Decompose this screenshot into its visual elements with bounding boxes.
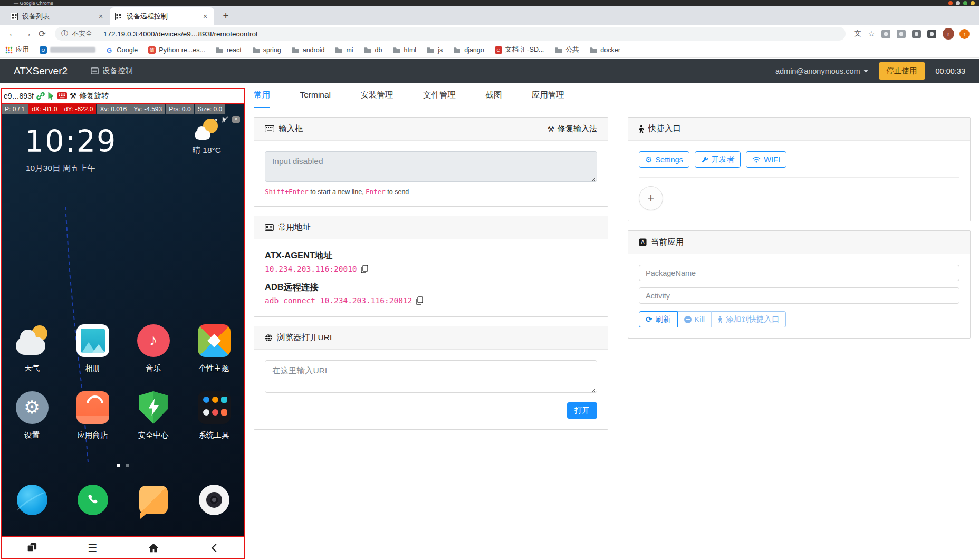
tab-close-icon[interactable]: × [200, 12, 210, 21]
bookmark-python[interactable]: 简 Python re...es... [148, 46, 205, 54]
back-icon[interactable] [210, 543, 218, 553]
new-tab-button[interactable]: + [218, 9, 233, 24]
keyboard-icon[interactable] [57, 92, 67, 99]
tab-file[interactable]: 文件管理 [423, 90, 456, 107]
tab-terminal[interactable]: Terminal [300, 90, 331, 106]
settings-app-icon: ⚙ [16, 391, 49, 424]
device-mirror-panel[interactable]: e9…893f ⚒ 修复旋转 P: 0 / 1 dX: -81.0 dY: -6… [1, 88, 245, 559]
bookmarks-bar: 应用 O G Google 简 Python re...es... react … [0, 42, 979, 58]
current-app-header: A 当前应用 [628, 231, 970, 254]
bookmark-folder-docker[interactable]: docker [589, 46, 620, 54]
app-weather[interactable]: 天气 [2, 324, 62, 373]
quick-wifi-button[interactable]: WIFI [746, 151, 786, 168]
tab-title: 设备远程控制 [127, 12, 200, 21]
extension-icon[interactable] [912, 30, 921, 38]
refresh-icon: ⟳ [646, 315, 652, 324]
copy-icon[interactable] [361, 265, 368, 273]
app-label: 相册 [85, 363, 100, 373]
device-screen[interactable]: P: 0 / 1 dX: -81.0 dY: -622.0 Xv: 0.016 … [2, 104, 244, 536]
activity-input[interactable] [639, 287, 959, 304]
address-bar[interactable]: ⓘ 不安全 172.19.0.3:4000/devices/e9…893f/re… [55, 27, 846, 41]
svg-text:A: A [641, 239, 645, 245]
browser-tab-remote-control[interactable]: 设备远程控制 × [110, 7, 214, 25]
bookmark-folder-js[interactable]: js [427, 46, 443, 54]
package-name-input[interactable] [639, 265, 959, 281]
hammer-icon[interactable]: ⚒ [70, 91, 76, 101]
page-indicator [2, 464, 244, 467]
dock [2, 485, 244, 515]
fix-rotation-label[interactable]: 修复旋转 [79, 91, 109, 101]
app-security[interactable]: 安全中心 [123, 391, 184, 440]
folder-icon [364, 46, 372, 53]
chrome-menu-icon[interactable]: ↑ [959, 29, 970, 39]
input-panel-header: 输入框 ⚒ 修复输入法 [254, 118, 608, 141]
extension-icon[interactable] [927, 30, 936, 38]
app-appstore[interactable]: 应用商店 [62, 391, 123, 440]
browser-app-icon[interactable] [17, 485, 47, 515]
browser-tab-device-list[interactable]: 设备列表 × [5, 7, 110, 25]
browser-tabstrip: 设备列表 × 设备远程控制 × + [0, 6, 979, 25]
recents-icon[interactable] [26, 542, 37, 553]
refresh-button[interactable]: ⟳ 刷新 [639, 311, 678, 327]
link-icon[interactable] [36, 92, 45, 100]
messages-app-icon[interactable] [139, 486, 168, 514]
reload-icon[interactable]: ⟳ [35, 28, 50, 40]
url-input[interactable] [265, 360, 597, 393]
add-to-quick-entry-button[interactable]: 添加到快捷入口 [711, 311, 786, 327]
extension-icon[interactable] [897, 30, 906, 38]
brand-title[interactable]: ATXServer2 [14, 65, 68, 77]
add-shortcut-circle-button[interactable]: + [639, 186, 663, 210]
kill-button[interactable]: Kill [678, 311, 712, 327]
app-theme[interactable]: 个性主题 [184, 324, 244, 373]
app-album[interactable]: 相册 [62, 324, 123, 373]
dialer-app-icon[interactable] [78, 485, 108, 515]
quick-settings-button[interactable]: ⚙ Settings [639, 151, 689, 168]
home-icon[interactable] [148, 543, 159, 553]
menu-icon[interactable]: ☰ [88, 542, 98, 554]
bookmark-docs[interactable]: C 文档-汇-SD... [495, 45, 544, 54]
fix-ime-button[interactable]: ⚒ 修复输入法 [548, 124, 597, 134]
extension-icon[interactable] [881, 30, 890, 38]
bookmark-folder-spring[interactable]: spring [252, 46, 281, 54]
bookmark-folder-db[interactable]: db [364, 46, 382, 54]
bookmark-folder-public[interactable]: 公共 [554, 45, 579, 54]
send-text-input[interactable] [265, 151, 597, 182]
nav-device-control[interactable]: 设备控制 [91, 66, 133, 76]
bookmark-star-icon[interactable]: ☆ [865, 30, 878, 38]
lockscreen-date: 10月30日 周五上午 [26, 163, 95, 174]
bookmark-folder-mi[interactable]: mi [335, 46, 353, 54]
bookmark-folder-django[interactable]: django [453, 46, 484, 54]
tab-install[interactable]: 安装管理 [360, 90, 393, 107]
bookmark-folder-html[interactable]: html [393, 46, 417, 54]
app-settings[interactable]: ⚙ 设置 [2, 391, 62, 440]
bookmark-label: docker [600, 46, 620, 54]
info-icon[interactable]: ⓘ [61, 29, 68, 38]
forward-icon[interactable]: → [20, 28, 35, 39]
quick-developer-button[interactable]: 开发者 [695, 151, 741, 168]
bookmark-folder-android[interactable]: android [292, 46, 325, 54]
copy-icon[interactable] [416, 296, 423, 305]
tab-common[interactable]: 常用 [254, 90, 270, 108]
profile-avatar[interactable]: r [943, 28, 954, 40]
camera-app-icon[interactable] [199, 485, 229, 515]
user-dropdown[interactable]: admin@anonymous.com [775, 67, 868, 75]
open-url-button[interactable]: 打开 [567, 402, 597, 419]
tab-appmanage[interactable]: 应用管理 [532, 90, 564, 107]
app-grid: 天气 相册 ♪ 音乐 个性主题 ⚙ 设置 [2, 324, 244, 440]
stop-using-button[interactable]: 停止使用 [879, 62, 925, 80]
tab-screenshot[interactable]: 截图 [485, 90, 502, 107]
bookmark-label: 应用 [16, 45, 29, 54]
bookmark-apps[interactable]: 应用 [5, 45, 29, 54]
translate-icon[interactable]: 文 [851, 29, 865, 38]
app-systools[interactable]: 系统工具 [184, 391, 244, 440]
bookmark-google[interactable]: G Google [106, 46, 138, 54]
right-column: 快捷入口 ⚙ Settings 开发者 WIFI [628, 117, 971, 347]
tab-close-icon[interactable]: × [96, 12, 105, 21]
app-music[interactable]: ♪ 音乐 [123, 324, 184, 373]
bookmark-folder-react[interactable]: react [216, 46, 242, 54]
open-url-header: 浏览器打开URL [254, 326, 608, 350]
open-url-title: 浏览器打开URL [277, 332, 334, 343]
tray-dot-icon [963, 1, 967, 5]
bookmark-redacted[interactable]: O [40, 46, 95, 54]
back-icon[interactable]: ← [5, 28, 20, 39]
